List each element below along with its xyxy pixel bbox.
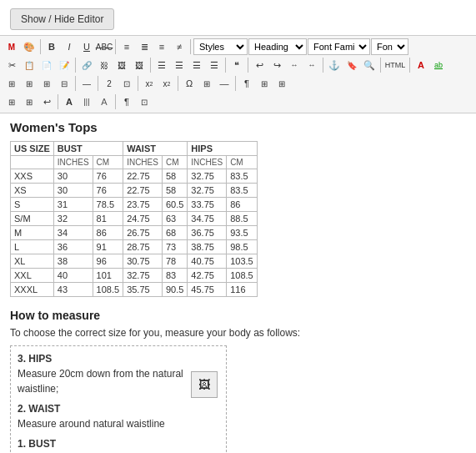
toolbar-row-2: ✂ 📋 📄 📝 🔗 ⛓ 🖼 🖼 ☰ ☰ ☰ ☰ ❝ ↩ ↪ ↔ ↔ ⚓ 🔖 🔍 … xyxy=(2,56,474,74)
how-to-measure-title: How to measure xyxy=(10,309,466,322)
table-row: XL389630.757840.75103.5 xyxy=(11,254,258,269)
template-button[interactable]: ⊞ xyxy=(3,93,20,110)
italic-button[interactable]: I xyxy=(61,38,78,55)
table-row: XS307622.755832.7583.5 xyxy=(11,184,258,198)
measure-item: 2. WAISTMeasure around natural waistline xyxy=(18,401,219,431)
font-family-select[interactable]: Font Family xyxy=(308,38,370,55)
table2-button[interactable]: ⊞ xyxy=(198,75,215,92)
outdent-button[interactable]: ☰ xyxy=(206,57,223,73)
sep11 xyxy=(75,76,76,91)
table-cell-button[interactable]: ⊟ xyxy=(56,75,73,92)
strikethrough-button[interactable]: ABC xyxy=(96,38,113,55)
sep3 xyxy=(190,39,191,54)
lines-button[interactable]: ||| xyxy=(78,93,95,110)
sep1 xyxy=(40,39,41,54)
table-row-button[interactable]: ⊞ xyxy=(21,75,38,92)
womens-tops-title: Women's Tops xyxy=(10,120,466,134)
sep15 xyxy=(235,76,236,91)
sep8 xyxy=(323,58,323,73)
col-us-size: US SIZE xyxy=(11,142,54,156)
table-row: XXXL43108.535.7590.545.75116 xyxy=(11,283,258,297)
table-col-button[interactable]: ⊞ xyxy=(38,75,55,92)
cut-button[interactable]: ✂ xyxy=(3,57,20,73)
bookmark-button[interactable]: 🔖 xyxy=(343,57,360,73)
para-button[interactable]: ¶ xyxy=(238,75,255,92)
table-button[interactable]: ⊞ xyxy=(3,75,20,92)
styles-select[interactable]: Styles xyxy=(193,38,248,55)
font-size-select[interactable]: Font Size xyxy=(371,38,408,55)
sep14 xyxy=(178,76,178,91)
html-button[interactable]: HTML xyxy=(383,57,407,73)
show-hide-editor-button[interactable]: Show / Hide Editor xyxy=(10,8,114,30)
align-left-button[interactable]: ≡ xyxy=(118,38,135,55)
paste-text-button[interactable]: 📝 xyxy=(56,57,73,73)
superscript-button[interactable]: x2 xyxy=(141,75,158,92)
fullscreen-button[interactable]: ⊞ xyxy=(273,75,290,92)
measure-item: 1. BUSTMeasure around fullest part xyxy=(18,436,219,453)
size-table: US SIZE BUST WAIST HIPS INCHES CM INCHES… xyxy=(10,141,258,297)
table-row: S3178.523.7560.533.7586 xyxy=(11,198,258,212)
ul-button[interactable]: ☰ xyxy=(153,57,170,73)
ol-button[interactable]: ☰ xyxy=(171,57,188,73)
link-button[interactable]: 🔗 xyxy=(78,57,95,73)
spellcheck-button[interactable]: ⊞ xyxy=(21,93,38,110)
sep17 xyxy=(115,94,116,109)
toolbar-row-4: ⊞ ⊞ ↩ A ||| A ¶ ⊡ xyxy=(2,93,474,111)
font4-button[interactable]: A xyxy=(96,93,113,110)
image2-button[interactable]: 🖼 xyxy=(131,57,148,73)
underline-button[interactable]: U xyxy=(78,38,95,55)
toolbar-row-1: M 🎨 B I U ABC ≡ ≣ ≡ ≠ Styles Heading 3 F… xyxy=(2,38,474,56)
redo-button[interactable]: ↪ xyxy=(268,57,285,73)
replace-button[interactable]: ↔ xyxy=(303,57,320,73)
anchor-button[interactable]: ⚓ xyxy=(326,57,343,73)
sep4 xyxy=(75,58,76,73)
indent-button[interactable]: ☰ xyxy=(188,57,205,73)
undo-button[interactable]: ↩ xyxy=(251,57,268,73)
media-button[interactable]: ⊡ xyxy=(136,93,153,110)
format2-button[interactable]: 2 xyxy=(101,75,118,92)
find-button[interactable]: ↔ xyxy=(286,57,303,73)
paste-button[interactable]: 📄 xyxy=(38,57,55,73)
image-button[interactable]: 🖼 xyxy=(113,57,130,73)
line-button[interactable]: — xyxy=(216,75,233,92)
content-area: Women's Tops US SIZE BUST WAIST HIPS INC… xyxy=(0,113,476,453)
table-row: XXL4010132.758342.75108.5 xyxy=(11,269,258,283)
sep5 xyxy=(150,58,151,73)
table-row: S/M328124.756334.7588.5 xyxy=(11,212,258,226)
search-button[interactable]: 🔍 xyxy=(361,57,378,73)
col-waist: WAIST xyxy=(123,142,188,156)
unlink-button[interactable]: ⛓ xyxy=(96,57,113,73)
editor-toolbar: M 🎨 B I U ABC ≡ ≣ ≡ ≠ Styles Heading 3 F… xyxy=(0,35,476,113)
col-hips: HIPS xyxy=(188,142,257,156)
table-header-row: US SIZE BUST WAIST HIPS xyxy=(11,142,258,156)
tinymce-icon[interactable]: M xyxy=(3,38,20,55)
sep7 xyxy=(248,58,248,73)
heading-select[interactable]: Heading 3 xyxy=(248,38,307,55)
grid-button[interactable]: ⊡ xyxy=(118,75,135,92)
align-center-button[interactable]: ≣ xyxy=(136,38,153,55)
measure-box: 3. HIPSMeasure 20cm down from the natura… xyxy=(10,345,227,453)
subscript-button[interactable]: x2 xyxy=(158,75,175,92)
table-row: M348626.756836.7593.5 xyxy=(11,226,258,240)
sep16 xyxy=(58,94,58,109)
bg-color-button[interactable]: ab xyxy=(430,57,447,73)
copy-button[interactable]: 📋 xyxy=(21,57,38,73)
sep9 xyxy=(380,58,381,73)
measure-intro: To choose the correct size for you, meas… xyxy=(10,327,466,339)
preview-button[interactable]: ⊞ xyxy=(256,75,273,92)
font-color-button[interactable]: A xyxy=(413,57,429,73)
undo2-button[interactable]: ↩ xyxy=(38,93,55,110)
sep10 xyxy=(409,58,410,73)
hr-button[interactable]: — xyxy=(78,75,95,92)
color-palette-icon[interactable]: 🎨 xyxy=(21,38,38,55)
align-right-button[interactable]: ≡ xyxy=(153,38,170,55)
sep6 xyxy=(225,58,226,73)
bold-button[interactable]: B xyxy=(43,38,60,55)
para2-button[interactable]: ¶ xyxy=(118,93,135,110)
font3-button[interactable]: A xyxy=(61,93,78,110)
charmap-button[interactable]: Ω xyxy=(181,75,198,92)
table-row: L369128.757338.7598.5 xyxy=(11,240,258,254)
sep12 xyxy=(98,76,98,91)
align-justify-button[interactable]: ≠ xyxy=(171,38,188,55)
blockquote-button[interactable]: ❝ xyxy=(228,57,245,73)
